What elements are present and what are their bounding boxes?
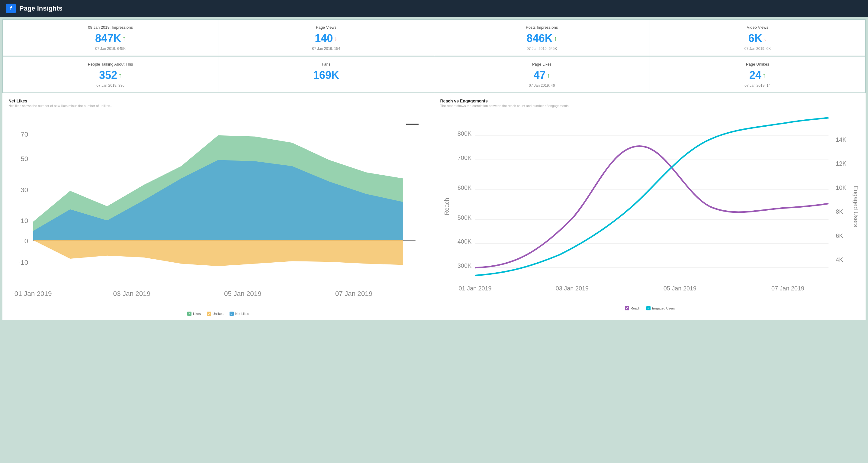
stat-video-views: Video Views 6K ↓ 07 Jan 2019: 6K <box>650 20 865 56</box>
stat-impressions-trend-icon: ↑ <box>122 34 126 42</box>
stat-talking-value: 352 <box>99 69 117 82</box>
legend-net-likes: ✓ Net Likes <box>229 312 249 316</box>
net-likes-subtitle: Net likes shows the number of new likes … <box>8 104 428 108</box>
svg-text:14K: 14K <box>836 136 846 143</box>
stat-talking-label: People Talking About This <box>9 62 212 66</box>
stat-video-views-label: Video Views <box>656 25 859 30</box>
reach-chart: Reach vs Engagements The report shows th… <box>434 93 866 320</box>
stat-video-views-value-row: 6K ↓ <box>656 32 859 45</box>
content-area: 08 Jan 2019: Impressions 847K ↑ 07 Jan 2… <box>0 17 868 322</box>
stat-page-unlikes: Page Unlikes 24 ↑ 07 Jan 2019: 14 <box>650 57 865 92</box>
stat-impressions: 08 Jan 2019: Impressions 847K ↑ 07 Jan 2… <box>3 20 218 56</box>
svg-text:70: 70 <box>21 131 28 138</box>
charts-grid: Net Likes Net likes shows the number of … <box>2 93 866 320</box>
stat-video-views-value: 6K <box>748 32 762 45</box>
stat-pageviews-label: Page Views <box>224 25 428 30</box>
header: f Page Insights <box>0 0 868 17</box>
stat-talking-trend-icon: ↑ <box>118 71 122 79</box>
svg-text:4K: 4K <box>836 256 843 263</box>
svg-text:03 Jan 2019: 03 Jan 2019 <box>113 290 151 297</box>
reach-svg: 800K 700K 600K 500K 400K 300K Reach 14K … <box>440 111 860 302</box>
stat-impressions-prev: 07 Jan 2019: 645K <box>9 47 212 51</box>
svg-text:05 Jan 2019: 05 Jan 2019 <box>663 285 696 292</box>
svg-text:10K: 10K <box>836 184 846 191</box>
svg-text:6K: 6K <box>836 232 843 239</box>
stat-pageviews-prev: 07 Jan 2019: 154 <box>224 47 428 51</box>
net-likes-chart: Net Likes Net likes shows the number of … <box>2 93 434 320</box>
reach-title: Reach vs Engagements <box>440 98 860 104</box>
svg-text:700K: 700K <box>457 154 471 161</box>
svg-text:-10: -10 <box>19 259 28 266</box>
stat-page-likes-label: Page Likes <box>440 62 644 66</box>
svg-text:Engaged Users: Engaged Users <box>852 186 859 227</box>
svg-text:300K: 300K <box>457 262 471 269</box>
net-likes-svg: 70 50 30 10 0 -10 01 Jan 2019 <box>8 111 428 308</box>
stat-fans-value-row: 169K <box>224 69 428 82</box>
legend-engaged-users: ✓ Engaged Users <box>646 306 675 310</box>
legend-unlikes-label: Unlikes <box>213 312 223 316</box>
svg-text:01 Jan 2019: 01 Jan 2019 <box>14 290 52 297</box>
stats-row-2: People Talking About This 352 ↑ 07 Jan 2… <box>2 56 866 93</box>
svg-text:500K: 500K <box>457 214 471 221</box>
legend-reach-label: Reach <box>630 307 640 310</box>
legend-reach-box: ✓ <box>625 306 629 310</box>
svg-text:07 Jan 2019: 07 Jan 2019 <box>771 285 804 292</box>
svg-text:30: 30 <box>21 186 28 194</box>
stat-posts-impressions-trend-icon: ↑ <box>554 34 557 42</box>
stat-page-likes-value: 47 <box>534 69 546 82</box>
svg-text:400K: 400K <box>457 238 471 245</box>
stat-fans-label: Fans <box>224 62 428 66</box>
stat-page-likes-value-row: 47 ↑ <box>440 69 644 82</box>
legend-likes: ✓ Likes <box>187 312 201 316</box>
stat-impressions-label: 08 Jan 2019: Impressions <box>9 25 212 30</box>
stat-talking: People Talking About This 352 ↑ 07 Jan 2… <box>3 57 218 92</box>
net-likes-legend: ✓ Likes ✓ Unlikes ✓ Net Likes <box>8 312 428 316</box>
svg-marker-9 <box>33 240 403 266</box>
stat-impressions-value: 847K <box>95 32 121 45</box>
legend-unlikes: ✓ Unlikes <box>207 312 223 316</box>
stat-talking-prev: 07 Jan 2019: 336 <box>9 83 212 88</box>
stat-page-unlikes-value: 24 <box>749 69 762 82</box>
stat-pageviews-value: 140 <box>315 32 333 45</box>
reach-chart-container: 800K 700K 600K 500K 400K 300K Reach 14K … <box>440 111 860 304</box>
legend-engaged-users-box: ✓ <box>646 306 651 310</box>
stat-impressions-value-row: 847K ↑ <box>9 32 212 45</box>
facebook-icon: f <box>6 4 16 13</box>
reach-subtitle: The report shows the correlation between… <box>440 104 860 108</box>
stat-pageviews-trend-icon: ↓ <box>334 34 337 42</box>
stats-row-1: 08 Jan 2019: Impressions 847K ↑ 07 Jan 2… <box>2 19 866 56</box>
legend-reach: ✓ Reach <box>625 306 640 310</box>
stat-page-unlikes-trend-icon: ↑ <box>763 71 766 79</box>
svg-text:01 Jan 2019: 01 Jan 2019 <box>459 285 491 292</box>
legend-engaged-users-label: Engaged Users <box>652 307 675 310</box>
net-likes-title: Net Likes <box>8 98 428 104</box>
stat-page-likes: Page Likes 47 ↑ 07 Jan 2019: 46 <box>434 57 650 92</box>
stat-fans: Fans 169K <box>218 57 434 92</box>
legend-net-likes-label: Net Likes <box>235 312 249 316</box>
stat-posts-impressions: Posts Impressions 846K ↑ 07 Jan 2019: 64… <box>434 20 650 56</box>
svg-text:800K: 800K <box>457 130 471 137</box>
stat-talking-value-row: 352 ↑ <box>9 69 212 82</box>
svg-text:10: 10 <box>21 217 28 225</box>
reach-legend: ✓ Reach ✓ Engaged Users <box>440 306 860 310</box>
stat-posts-impressions-prev: 07 Jan 2019: 645K <box>440 47 644 51</box>
stat-video-views-trend-icon: ↓ <box>764 34 767 42</box>
stat-posts-impressions-value-row: 846K ↑ <box>440 32 644 45</box>
stat-page-unlikes-label: Page Unlikes <box>656 62 859 66</box>
svg-text:600K: 600K <box>457 184 471 191</box>
svg-text:50: 50 <box>21 155 28 163</box>
svg-text:12K: 12K <box>836 160 846 167</box>
net-likes-chart-container: 70 50 30 10 0 -10 01 Jan 2019 <box>8 111 428 309</box>
page-title: Page Insights <box>19 4 63 12</box>
stat-pageviews: Page Views 140 ↓ 07 Jan 2019: 154 <box>218 20 434 56</box>
stat-page-unlikes-value-row: 24 ↑ <box>656 69 859 82</box>
stat-video-views-prev: 07 Jan 2019: 6K <box>656 47 859 51</box>
svg-text:0: 0 <box>25 237 28 245</box>
stat-page-likes-prev: 07 Jan 2019: 46 <box>440 83 644 88</box>
stat-page-likes-trend-icon: ↑ <box>547 71 550 79</box>
stat-fans-value: 169K <box>313 69 339 82</box>
stat-posts-impressions-value: 846K <box>527 32 553 45</box>
legend-net-likes-box: ✓ <box>229 312 234 316</box>
svg-text:05 Jan 2019: 05 Jan 2019 <box>224 290 261 297</box>
svg-text:07 Jan 2019: 07 Jan 2019 <box>335 290 373 297</box>
